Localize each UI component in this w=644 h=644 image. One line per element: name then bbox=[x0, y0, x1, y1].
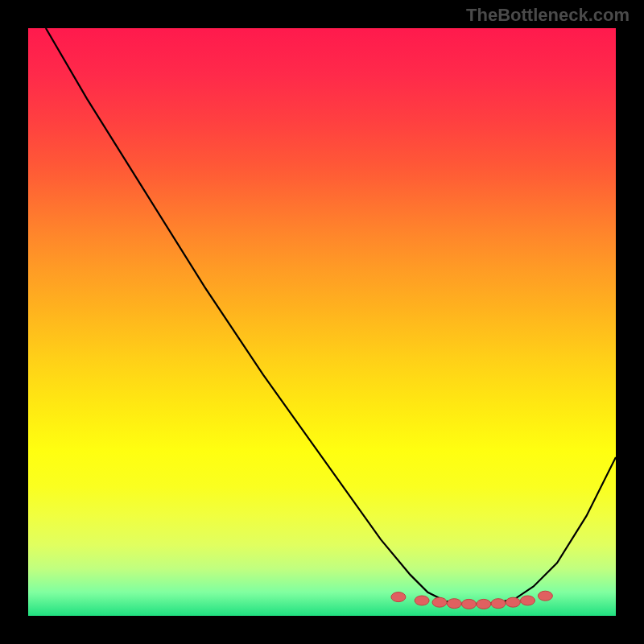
highlight-dot bbox=[415, 596, 429, 605]
highlight-dot bbox=[432, 597, 447, 607]
plot-area bbox=[28, 28, 616, 616]
highlight-dots-group bbox=[391, 591, 553, 609]
watermark-text: TheBottleneck.com bbox=[466, 5, 630, 26]
highlight-dot bbox=[521, 596, 535, 605]
bottleneck-curve bbox=[46, 28, 616, 604]
highlight-dot bbox=[447, 599, 461, 609]
chart-svg bbox=[28, 28, 616, 616]
highlight-dot bbox=[391, 592, 406, 602]
highlight-dot bbox=[491, 599, 506, 609]
highlight-dot bbox=[506, 597, 520, 607]
highlight-dot bbox=[462, 599, 477, 609]
highlight-dot bbox=[538, 591, 552, 601]
highlight-dot bbox=[477, 599, 491, 609]
